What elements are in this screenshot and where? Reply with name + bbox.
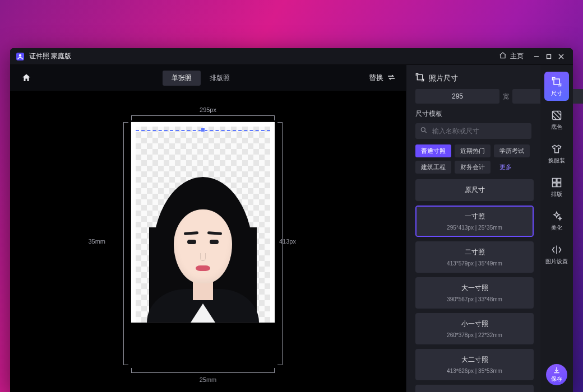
template-dims: 413*626px | 35*53mm — [420, 368, 529, 374]
rail-layout[interactable]: 排版 — [544, 172, 569, 202]
portrait — [141, 160, 265, 323]
portrait-collar — [191, 304, 215, 323]
main: 单张照 排版照 替换 295px 413px 35mm 25mm — [10, 65, 573, 392]
cat-arch[interactable]: 建筑工程 — [415, 161, 451, 174]
svg-rect-9 — [554, 79, 559, 85]
cat-edu[interactable]: 学历考试 — [494, 144, 530, 157]
template-name: 大二寸照 — [420, 355, 529, 365]
template-list[interactable]: 原尺寸一寸照295*413px | 25*35mm二寸照413*579px | … — [406, 179, 539, 392]
rail-layout-label: 排版 — [551, 190, 562, 198]
grid-icon — [551, 177, 562, 188]
template-name: 一寸照 — [420, 212, 529, 221]
rail-size-label: 尺寸 — [551, 90, 562, 97]
dim-label-top: 295px — [200, 106, 216, 113]
app-window: 证件照 家庭版 主页 单张照 排版照 — [10, 48, 573, 392]
rail-clothes-label: 换服装 — [548, 157, 565, 165]
svg-rect-14 — [557, 183, 561, 187]
photo-frame[interactable] — [131, 122, 275, 323]
home-icon — [499, 52, 507, 61]
template-item[interactable]: 小二寸照 — [415, 385, 534, 392]
canvas-column: 单张照 排版照 替换 295px 413px 35mm 25mm — [10, 65, 406, 392]
rail-image-settings-label: 图片设置 — [545, 258, 568, 265]
template-name: 小一寸照 — [420, 319, 529, 329]
tab-layout-photo[interactable]: 排版照 — [201, 71, 239, 86]
size-inputs: 宽 高 像素 — [406, 89, 540, 109]
rail-clothes[interactable]: 换服装 — [544, 139, 569, 168]
tool-rail: 尺寸 底色 换服装 排版 — [540, 65, 573, 392]
template-item[interactable]: 大一寸照390*567px | 33*48mm — [415, 277, 534, 309]
rail-size[interactable]: 尺寸 — [544, 72, 569, 101]
dim-bracket-right — [278, 122, 283, 365]
nav-home-label: 主页 — [510, 52, 524, 61]
rail-background-label: 底色 — [551, 123, 562, 131]
size-icon — [551, 76, 562, 87]
tab-single-photo[interactable]: 单张照 — [163, 71, 201, 86]
category-filters: 普通寸照 近期热门 学历考试 建筑工程 财务会计 更多 — [406, 144, 540, 179]
svg-line-8 — [425, 131, 427, 133]
width-input[interactable] — [415, 89, 499, 104]
maximize-button[interactable] — [543, 50, 555, 63]
nav-home[interactable]: 主页 — [499, 52, 524, 61]
shirt-icon — [551, 143, 562, 155]
svg-rect-12 — [557, 179, 561, 183]
minimize-button[interactable] — [530, 50, 543, 63]
svg-point-1 — [19, 54, 21, 56]
rail-image-settings[interactable]: 图片设置 — [544, 240, 569, 269]
download-icon — [553, 366, 561, 375]
template-item[interactable]: 大二寸照413*626px | 35*53mm — [415, 349, 534, 380]
app-icon — [16, 52, 25, 61]
panel-header: 照片尺寸 — [406, 65, 540, 89]
size-panel: 照片尺寸 宽 高 像素 尺寸模板 — [406, 65, 540, 392]
template-search — [415, 123, 531, 139]
template-item[interactable]: 小一寸照260*378px | 22*32mm — [415, 313, 534, 344]
mirror-icon — [551, 244, 562, 255]
template-name: 原尺寸 — [420, 185, 529, 195]
dim-bracket-left — [123, 122, 128, 365]
cat-more[interactable]: 更多 — [494, 161, 517, 174]
swap-icon — [387, 73, 396, 83]
dim-label-left: 35mm — [88, 238, 105, 245]
cat-fin[interactable]: 财务会计 — [455, 161, 491, 174]
save-label: 保存 — [551, 375, 562, 383]
panel-title: 照片尺寸 — [429, 73, 458, 83]
close-button[interactable] — [555, 50, 567, 63]
template-item[interactable]: 二寸照413*579px | 35*49mm — [415, 241, 534, 273]
rail-background[interactable]: 底色 — [544, 105, 569, 134]
size-icon — [415, 73, 424, 83]
template-dims: 295*413px | 25*35mm — [420, 225, 529, 231]
template-name: 大一寸照 — [420, 283, 529, 293]
dim-bracket-bottom — [131, 368, 275, 373]
template-item[interactable]: 原尺寸 — [415, 179, 534, 201]
crop-handle[interactable] — [201, 128, 205, 132]
rail-beautify[interactable]: 美化 — [544, 206, 569, 235]
template-dims: 260*378px | 22*32mm — [420, 332, 529, 338]
width-label: 宽 — [503, 92, 509, 101]
rail-beautify-label: 美化 — [551, 224, 562, 232]
portrait-face — [174, 209, 232, 283]
save-button[interactable]: 保存 — [546, 364, 567, 385]
canvas-stage[interactable]: 295px 413px 35mm 25mm — [10, 91, 406, 392]
svg-point-7 — [421, 128, 425, 132]
template-name: 二寸照 — [420, 248, 529, 257]
template-section-title: 尺寸模板 — [406, 109, 540, 123]
template-dims: 390*567px | 33*48mm — [420, 296, 529, 302]
view-mode-tabs: 单张照 排版照 — [163, 71, 239, 86]
home-button[interactable] — [20, 72, 33, 84]
app-title: 证件照 家庭版 — [29, 52, 71, 61]
sparkle-icon — [551, 211, 562, 222]
replace-label: 替换 — [369, 73, 383, 83]
titlebar: 证件照 家庭版 主页 — [10, 48, 573, 65]
cat-common[interactable]: 普通寸照 — [415, 144, 451, 157]
cat-recent[interactable]: 近期热门 — [455, 144, 491, 157]
dim-label-bottom: 25mm — [200, 376, 217, 383]
svg-rect-3 — [547, 54, 551, 58]
svg-rect-11 — [553, 179, 557, 183]
search-input[interactable] — [415, 123, 531, 139]
replace-button[interactable]: 替换 — [369, 73, 396, 83]
dim-bracket-top — [131, 115, 275, 120]
template-dims: 413*579px | 35*49mm — [420, 260, 529, 267]
canvas-toolbar: 单张照 排版照 替换 — [10, 65, 406, 91]
template-item[interactable]: 一寸照295*413px | 25*35mm — [415, 206, 534, 237]
svg-rect-13 — [553, 183, 557, 187]
background-icon — [551, 110, 562, 121]
